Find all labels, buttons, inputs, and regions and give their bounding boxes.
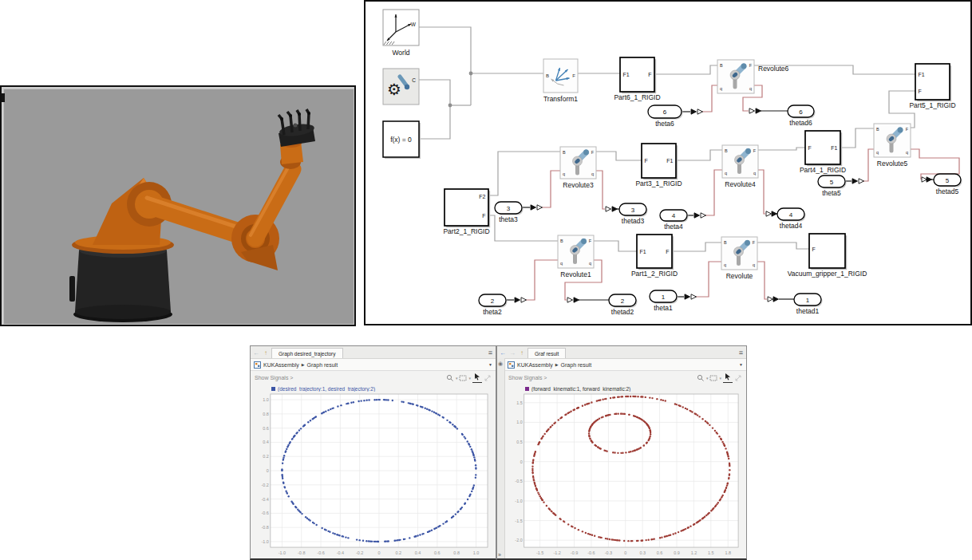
- scope-tab-label: Graf result: [535, 351, 559, 357]
- fit-view-icon[interactable]: [709, 374, 717, 382]
- signal-converter-icon[interactable]: [521, 298, 527, 302]
- show-signals-button[interactable]: Show Signals >: [255, 375, 293, 381]
- svg-text:-1.2: -1.2: [553, 550, 560, 555]
- signal-converter-icon[interactable]: [768, 297, 773, 302]
- scope-tab[interactable]: Graph desired_trajectory: [271, 348, 343, 358]
- fit-view-icon[interactable]: [459, 374, 467, 382]
- block-Revolute[interactable]: BFqqRevolute: [721, 237, 757, 280]
- fit-caret-icon[interactable]: ▾: [468, 376, 471, 381]
- menu-icon[interactable]: ≡: [488, 348, 494, 358]
- svg-text:1.8: 1.8: [725, 550, 731, 555]
- back-icon[interactable]: ←: [252, 348, 260, 358]
- block-Part3_1_RIGID[interactable]: FF1Part3_1_RIGID: [635, 144, 682, 187]
- signal-converter-icon[interactable]: [766, 211, 772, 216]
- expand-icon[interactable]: [484, 374, 492, 382]
- block-Revolute6[interactable]: BFqqRevolute6: [717, 60, 789, 93]
- block-mechanism-configuration[interactable]: ⚙C: [383, 69, 419, 105]
- breadcrumb-model[interactable]: KUKAssembly: [517, 362, 553, 368]
- signal-converter-icon[interactable]: [685, 294, 690, 299]
- signal-converter-icon[interactable]: [697, 109, 703, 114]
- zoom-icon[interactable]: [446, 374, 454, 382]
- signal-converter-icon[interactable]: [859, 179, 864, 183]
- block-Revolute1[interactable]: BFqqRevolute1: [558, 235, 594, 278]
- svg-text:F: F: [808, 145, 812, 151]
- signal-converter-icon[interactable]: [773, 297, 779, 302]
- port-oval-theta1[interactable]: 1theta1: [650, 290, 678, 312]
- signal-converter-icon[interactable]: [852, 179, 858, 183]
- dropdown-caret-icon[interactable]: ▼: [739, 362, 743, 367]
- plot-area[interactable]: -1.0-0.8-0.6-0.4-0.200.20.40.60.81.01.00…: [252, 392, 494, 557]
- port-oval-theta3[interactable]: 3theta3: [495, 202, 524, 223]
- block-Part4_1_RIGID[interactable]: FF1Part4_1_RIGID: [800, 131, 846, 174]
- signal-converter-icon[interactable]: [606, 207, 611, 211]
- back-icon[interactable]: ←: [499, 348, 507, 358]
- dropdown-caret-icon[interactable]: ▼: [488, 362, 492, 367]
- zoom-caret-icon[interactable]: ▾: [706, 376, 709, 381]
- port-oval-thetad1[interactable]: 1thetad1: [794, 294, 823, 315]
- block-Revolute3[interactable]: BFqqRevolute3: [560, 147, 596, 189]
- signal-converter-icon[interactable]: [749, 108, 755, 113]
- port-oval-theta2[interactable]: 2theta2: [479, 294, 508, 316]
- robot-3d-viewport[interactable]: [0, 85, 356, 326]
- show-signals-button[interactable]: Show Signals >: [508, 375, 547, 381]
- port-oval-thetad4[interactable]: 4thetad4: [777, 208, 806, 230]
- forward-icon[interactable]: →: [508, 348, 516, 358]
- port-oval-thetad6[interactable]: 6thetad6: [788, 105, 816, 127]
- signal-converter-icon[interactable]: [701, 213, 706, 218]
- fit-caret-icon[interactable]: ▾: [719, 376, 721, 381]
- breadcrumb-model[interactable]: KUKAssembly: [263, 362, 299, 368]
- svg-text:⚙: ⚙: [387, 81, 401, 98]
- signal-converter-icon[interactable]: [772, 211, 777, 216]
- breadcrumb-node[interactable]: Graph result: [561, 362, 592, 368]
- signal-converter-icon[interactable]: [691, 109, 697, 114]
- collapsed-side-panel[interactable]: ◉ »: [497, 358, 505, 558]
- expand-icon[interactable]: [734, 374, 742, 382]
- pin-icon[interactable]: ◉: [498, 361, 503, 367]
- block-Revolute4[interactable]: BFqqRevolute4: [722, 145, 758, 188]
- port-oval-theta6[interactable]: 6theta6: [648, 105, 683, 128]
- signal-converter-icon[interactable]: [691, 294, 697, 299]
- menu-icon[interactable]: ≡: [739, 348, 745, 358]
- svg-text:-0.4: -0.4: [337, 550, 344, 555]
- block-Part2_1_RIGID[interactable]: F2FPart2_1_RIGID: [443, 189, 490, 235]
- svg-text:q: q: [906, 150, 908, 155]
- up-icon[interactable]: ↑: [518, 348, 526, 358]
- signal-converter-icon[interactable]: [574, 298, 579, 302]
- signal-converter-icon[interactable]: [515, 298, 520, 302]
- port-oval-theta4[interactable]: 4theta4: [660, 210, 689, 231]
- expand-panel-chevrons[interactable]: »: [498, 552, 501, 558]
- signal-converter-icon[interactable]: [927, 177, 932, 182]
- port-oval-theta5[interactable]: 5theta5: [818, 175, 847, 197]
- pointer-tool-icon[interactable]: [473, 373, 481, 381]
- block-Revolute5[interactable]: BFqqRevolute5: [874, 124, 911, 168]
- block-transform1[interactable]: BFTransform1: [543, 59, 578, 103]
- zoom-caret-icon[interactable]: ▾: [456, 376, 458, 381]
- signal-converter-icon[interactable]: [612, 207, 618, 211]
- model-icon: [254, 361, 261, 369]
- signal-converter-icon[interactable]: [922, 177, 927, 182]
- breadcrumb-node[interactable]: Graph result: [307, 362, 338, 368]
- signal-converter-icon[interactable]: [531, 205, 536, 210]
- signal-converter-icon[interactable]: [537, 205, 543, 210]
- port-oval-thetad5[interactable]: 5thetad5: [934, 174, 962, 195]
- simscape-block-diagram[interactable]: F1FPart6_1_RIGIDF1FPart5_1_RIGIDF2FPart2…: [364, 0, 972, 325]
- port-oval-thetad3[interactable]: 3thetad3: [619, 203, 648, 225]
- diagram-canvas[interactable]: F1FPart6_1_RIGIDF1FPart5_1_RIGIDF2FPart2…: [365, 2, 970, 324]
- scope-tabbar: ← ↑ Graph desired_trajectory ≡: [251, 346, 496, 359]
- block-Part5_1_RIGID[interactable]: F1FPart5_1_RIGID: [909, 64, 955, 109]
- signal-converter-icon[interactable]: [694, 213, 700, 218]
- plot-area[interactable]: -1.5-1.2-0.9-0.6-0.300.30.60.91.21.51.81…: [506, 392, 745, 557]
- block-world[interactable]: WWorld: [383, 10, 419, 57]
- scope-tab[interactable]: Graf result: [527, 348, 566, 358]
- up-icon[interactable]: ↑: [262, 348, 270, 358]
- signal-converter-icon[interactable]: [567, 298, 573, 302]
- block-Part1_2_RIGID[interactable]: F1FPart1_2_RIGID: [631, 235, 678, 278]
- svg-text:F1: F1: [640, 249, 646, 254]
- block-Vacuum_gripper_1_RIGID[interactable]: FVacuum_gripper_1_RIGID: [788, 234, 867, 278]
- port-oval-thetad2[interactable]: 2thetad2: [609, 294, 638, 316]
- block-solver[interactable]: f(x) = 0: [383, 121, 421, 159]
- signal-converter-icon[interactable]: [756, 108, 761, 113]
- pointer-tool-icon[interactable]: [724, 373, 732, 381]
- block-Part6_1_RIGID[interactable]: F1FPart6_1_RIGID: [614, 57, 660, 101]
- zoom-icon[interactable]: [697, 374, 705, 382]
